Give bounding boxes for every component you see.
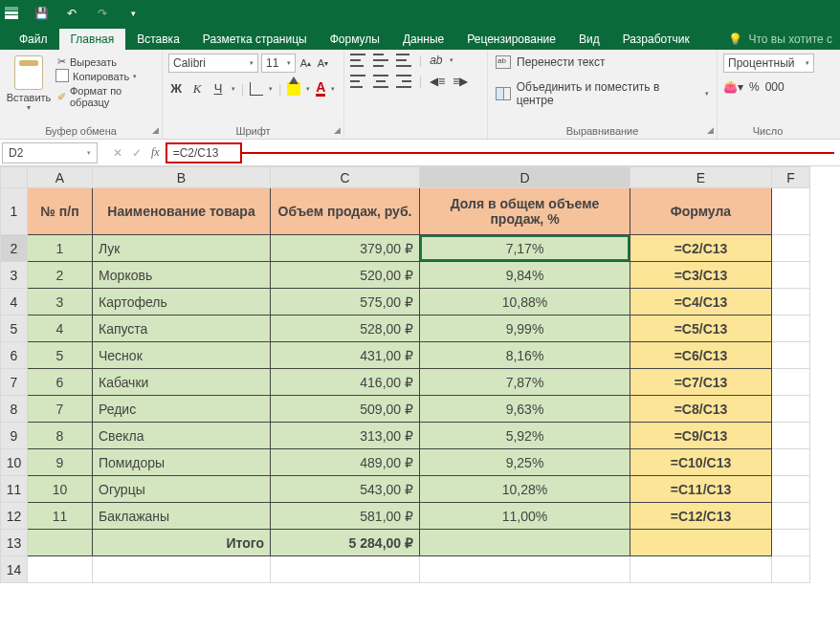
row-header[interactable]: 13 — [1, 530, 28, 556]
name-box[interactable]: D2▾ — [2, 142, 98, 163]
row-header[interactable]: 10 — [1, 449, 28, 476]
tab-view[interactable]: Вид — [567, 29, 611, 50]
wrap-text-button[interactable]: Перенести текст — [494, 54, 711, 71]
align-left-button[interactable] — [350, 75, 365, 88]
data-cell[interactable]: 528,00 ₽ — [271, 316, 419, 341]
undo-icon[interactable]: ↶ — [63, 5, 80, 22]
data-cell[interactable]: 2 — [28, 262, 92, 288]
tab-formulas[interactable]: Формулы — [319, 29, 391, 50]
row-header[interactable]: 5 — [1, 316, 28, 342]
tab-home[interactable]: Главная — [59, 29, 126, 50]
fill-color-button[interactable] — [287, 82, 300, 96]
tab-file[interactable]: Файл — [8, 29, 59, 50]
data-cell[interactable]: 9,63% — [420, 396, 630, 422]
dialog-launcher-icon[interactable]: ◢ — [334, 125, 341, 135]
row-header[interactable]: 6 — [1, 342, 28, 369]
comma-format-button[interactable]: 000 — [765, 80, 785, 94]
formula-cell[interactable]: =C9/C13 — [630, 423, 771, 448]
data-cell[interactable]: 8,16% — [420, 342, 630, 368]
italic-button[interactable]: К — [189, 81, 205, 97]
font-name-select[interactable]: Calibri▾ — [168, 54, 258, 73]
data-cell[interactable]: 4 — [28, 316, 92, 341]
data-cell[interactable]: 5,92% — [420, 423, 630, 448]
row-header[interactable]: 1 — [1, 188, 28, 235]
data-cell[interactable]: 543,00 ₽ — [271, 476, 419, 502]
select-all-corner[interactable] — [1, 167, 28, 188]
orientation-button[interactable]: ab — [430, 54, 442, 67]
col-header-D[interactable]: D — [420, 167, 630, 188]
tab-developer[interactable]: Разработчик — [611, 29, 701, 50]
copy-button[interactable]: Копировать▾ — [57, 71, 156, 82]
data-cell[interactable]: 9,84% — [420, 262, 630, 288]
data-cell[interactable]: Морковь — [93, 262, 270, 288]
col-header-A[interactable]: A — [28, 167, 93, 188]
data-cell[interactable]: Капуста — [93, 316, 270, 341]
spreadsheet-grid[interactable]: A B C D E F 1 № п/п Наименование товара … — [0, 166, 840, 583]
enter-icon[interactable]: ✓ — [132, 146, 142, 160]
col-header-F[interactable]: F — [772, 167, 810, 188]
dialog-launcher-icon[interactable]: ◢ — [152, 125, 159, 135]
data-cell[interactable]: 3 — [28, 289, 92, 315]
data-cell[interactable]: 489,00 ₽ — [271, 449, 419, 475]
header-cell[interactable]: Формула — [630, 188, 771, 234]
redo-icon[interactable]: ↷ — [94, 5, 111, 22]
data-cell[interactable]: 9,25% — [420, 449, 630, 475]
total-label[interactable]: Итого — [93, 530, 270, 555]
data-cell[interactable]: 10 — [28, 476, 92, 502]
header-cell[interactable]: № п/п — [28, 188, 92, 234]
align-top-button[interactable] — [350, 54, 365, 67]
tell-me[interactable]: 💡Что вы хотите с — [720, 29, 840, 50]
format-painter-button[interactable]: ✐Формат по образцу — [57, 85, 156, 108]
qat-customize-icon[interactable]: ▾ — [124, 5, 142, 22]
row-header[interactable]: 11 — [1, 476, 28, 503]
number-format-select[interactable]: Процентный▾ — [723, 54, 814, 73]
font-color-button[interactable]: А — [316, 80, 325, 97]
total-value[interactable]: 5 284,00 ₽ — [271, 530, 419, 555]
paste-button[interactable]: Вставить ▾ — [6, 54, 52, 114]
row-header[interactable]: 2 — [1, 235, 28, 262]
data-cell[interactable]: 509,00 ₽ — [271, 396, 419, 422]
formula-input[interactable]: =C2/C13 — [166, 142, 242, 163]
formula-cell[interactable]: =C8/C13 — [630, 396, 771, 422]
accounting-format-button[interactable]: 👛▾ — [723, 80, 743, 94]
data-cell[interactable]: Огурцы — [93, 476, 270, 502]
data-cell[interactable]: 416,00 ₽ — [271, 369, 419, 395]
row-header[interactable]: 7 — [1, 369, 28, 396]
row-header[interactable]: 4 — [1, 289, 28, 316]
fx-icon[interactable]: fx — [151, 145, 160, 160]
align-center-button[interactable] — [373, 75, 388, 88]
data-cell[interactable]: 520,00 ₽ — [271, 262, 419, 288]
formula-cell[interactable]: =C10/C13 — [630, 449, 771, 475]
row-header[interactable]: 14 — [1, 556, 28, 583]
data-cell[interactable]: 575,00 ₽ — [271, 289, 419, 315]
data-cell[interactable]: 7,17% — [420, 235, 630, 261]
data-cell[interactable]: 8 — [28, 423, 92, 448]
formula-cell[interactable]: =C11/C13 — [630, 476, 771, 502]
cut-button[interactable]: ✂Вырезать — [57, 55, 156, 68]
data-cell[interactable]: Помидоры — [93, 449, 270, 475]
row-header[interactable]: 3 — [1, 262, 28, 289]
cancel-icon[interactable]: ✕ — [113, 146, 122, 160]
col-header-C[interactable]: C — [271, 167, 420, 188]
decrease-indent-button[interactable]: ◀≡ — [430, 75, 445, 88]
data-cell[interactable]: 11 — [28, 503, 92, 529]
merge-center-button[interactable]: Объединить и поместить в центре▾ — [494, 78, 711, 109]
formula-cell[interactable]: =C6/C13 — [630, 342, 771, 368]
header-cell[interactable]: Доля в общем объеме продаж, % — [420, 188, 630, 234]
data-cell[interactable]: 11,00% — [420, 503, 630, 529]
formula-cell[interactable]: =C7/C13 — [630, 369, 771, 395]
row-header[interactable]: 8 — [1, 396, 28, 423]
data-cell[interactable]: 6 — [28, 369, 92, 395]
formula-cell[interactable]: =C12/C13 — [630, 503, 771, 529]
formula-cell[interactable]: =C3/C13 — [630, 262, 771, 288]
save-icon[interactable]: 💾 — [33, 5, 50, 22]
align-middle-button[interactable] — [373, 54, 388, 67]
increase-indent-button[interactable]: ≡▶ — [453, 75, 468, 88]
data-cell[interactable]: 431,00 ₽ — [271, 342, 419, 368]
tab-review[interactable]: Рецензирование — [455, 29, 567, 50]
data-cell[interactable]: 10,28% — [420, 476, 630, 502]
data-cell[interactable]: Баклажаны — [93, 503, 270, 529]
col-header-B[interactable]: B — [93, 167, 271, 188]
data-cell[interactable]: Лук — [93, 235, 270, 261]
data-cell[interactable]: 7 — [28, 396, 92, 422]
